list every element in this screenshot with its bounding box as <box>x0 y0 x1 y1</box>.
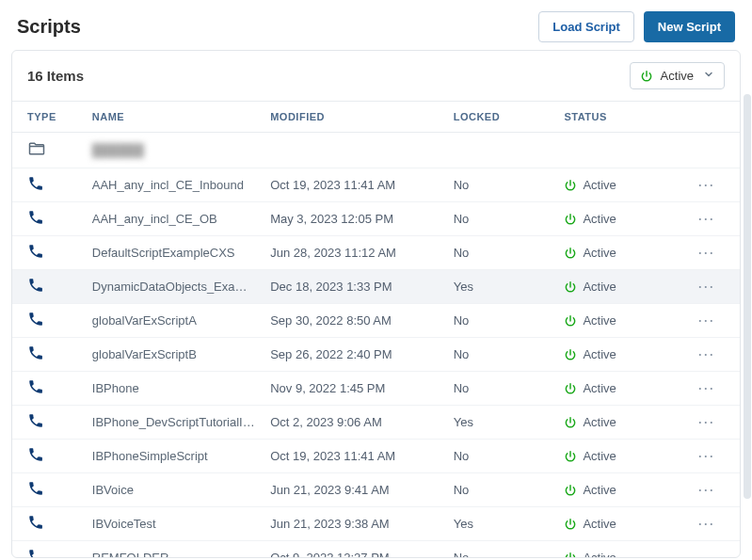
status-filter-dropdown[interactable]: Active <box>630 62 725 89</box>
power-icon <box>564 247 577 260</box>
script-name[interactable]: AAH_any_incl_CE_Inbound <box>85 168 263 202</box>
script-name[interactable]: IBPhone_DevScriptTutorialInDoc <box>85 406 263 440</box>
power-icon <box>564 552 577 558</box>
status-label: Active <box>583 449 616 463</box>
script-name[interactable]: DefaultScriptExampleCXS <box>85 236 263 270</box>
power-icon <box>640 70 653 83</box>
col-actions <box>672 102 740 133</box>
table-row[interactable]: IBPhoneSimpleScriptOct 19, 2023 11:41 AM… <box>12 440 740 473</box>
phone-icon <box>27 181 44 195</box>
modified-date: Dec 18, 2023 1:33 PM <box>263 270 446 304</box>
status-label: Active <box>583 517 616 531</box>
table-row[interactable]: DynamicDataObjects_ExamplesDec 18, 2023 … <box>12 270 740 304</box>
status-label: Active <box>583 551 616 557</box>
folder-icon <box>27 147 46 161</box>
script-name[interactable]: globalVarExScriptA <box>85 304 263 338</box>
more-actions-icon[interactable]: ··· <box>697 243 714 262</box>
scrollbar[interactable] <box>744 94 751 499</box>
more-actions-icon[interactable]: ··· <box>697 514 714 533</box>
power-icon <box>564 450 577 463</box>
table-row[interactable]: AAH_any_incl_CE_OBMay 3, 2023 12:05 PMNo… <box>12 202 740 236</box>
script-name[interactable]: globalVarExScriptB <box>85 338 263 372</box>
script-name[interactable]: DynamicDataObjects_Examples <box>85 270 263 304</box>
table-row[interactable]: AAH_any_incl_CE_InboundOct 19, 2023 11:4… <box>12 168 740 202</box>
locked-value: Yes <box>446 507 557 541</box>
script-name[interactable]: AAH_any_incl_CE_OB <box>85 202 263 236</box>
more-actions-icon[interactable]: ··· <box>697 548 714 557</box>
modified-date: Sep 26, 2022 2:40 PM <box>263 338 446 372</box>
modified-date: Oct 9, 2023 12:27 PM <box>263 541 446 558</box>
table-row[interactable]: globalVarExScriptBSep 26, 2022 2:40 PMNo… <box>12 338 740 372</box>
phone-icon <box>27 350 44 364</box>
table-row[interactable]: IBPhoneNov 9, 2022 1:45 PMNoActive··· <box>12 372 740 406</box>
modified-date: Jun 21, 2023 9:38 AM <box>263 507 446 541</box>
modified-date: Jun 28, 2023 11:12 AM <box>263 236 446 270</box>
script-name[interactable]: ██████ <box>85 133 263 168</box>
locked-value: Yes <box>446 270 557 304</box>
more-actions-icon[interactable]: ··· <box>697 412 714 431</box>
page-title: Scripts <box>17 16 81 38</box>
modified-date: Oct 19, 2023 11:41 AM <box>263 168 446 202</box>
power-icon <box>564 179 577 192</box>
new-script-button[interactable]: New Script <box>644 11 735 42</box>
locked-value: No <box>446 541 557 558</box>
modified-date: Oct 19, 2023 11:41 AM <box>263 440 446 473</box>
script-name[interactable]: REMFOLDER <box>85 541 263 558</box>
locked-value: No <box>446 372 557 406</box>
phone-icon <box>27 486 44 500</box>
phone-icon <box>27 520 44 534</box>
script-name[interactable]: IBVoice <box>85 473 263 507</box>
table-row[interactable]: IBPhone_DevScriptTutorialInDocOct 2, 202… <box>12 406 740 440</box>
locked-value: No <box>446 168 557 202</box>
modified-date: Sep 30, 2022 8:50 AM <box>263 304 446 338</box>
col-modified[interactable]: MODIFIED <box>263 102 446 133</box>
status-label: Active <box>583 178 616 192</box>
power-icon <box>564 518 577 531</box>
items-count: 16 Items <box>27 68 84 84</box>
more-actions-icon[interactable]: ··· <box>697 277 714 296</box>
locked-value: Yes <box>446 406 557 440</box>
more-actions-icon[interactable]: ··· <box>697 209 714 228</box>
table-row[interactable]: IBVoiceTestJun 21, 2023 9:38 AMYesActive… <box>12 507 740 541</box>
modified-date <box>263 133 446 168</box>
col-locked[interactable]: LOCKED <box>446 102 557 133</box>
modified-date: Nov 9, 2022 1:45 PM <box>263 372 446 406</box>
script-name[interactable]: IBVoiceTest <box>85 507 263 541</box>
chevron-down-icon <box>703 69 714 83</box>
phone-icon <box>27 282 44 296</box>
col-type[interactable]: TYPE <box>12 102 85 133</box>
power-icon <box>564 416 577 429</box>
phone-icon <box>27 553 44 557</box>
status-label: Active <box>583 212 616 226</box>
col-name[interactable]: NAME <box>85 102 263 133</box>
more-actions-icon[interactable]: ··· <box>697 378 714 397</box>
status-filter-label: Active <box>661 69 694 83</box>
power-icon <box>564 213 577 226</box>
phone-icon <box>27 215 44 229</box>
table-row[interactable]: ██████ <box>12 133 740 168</box>
more-actions-icon[interactable]: ··· <box>697 175 714 194</box>
load-script-button[interactable]: Load Script <box>538 11 634 42</box>
more-actions-icon[interactable]: ··· <box>697 344 714 363</box>
table-row[interactable]: globalVarExScriptASep 30, 2022 8:50 AMNo… <box>12 304 740 338</box>
power-icon <box>564 348 577 361</box>
table-row[interactable]: IBVoiceJun 21, 2023 9:41 AMNoActive··· <box>12 473 740 507</box>
table-row[interactable]: DefaultScriptExampleCXSJun 28, 2023 11:1… <box>12 236 740 270</box>
script-name[interactable]: IBPhoneSimpleScript <box>85 440 263 473</box>
table-row[interactable]: REMFOLDEROct 9, 2023 12:27 PMNoActive··· <box>12 541 740 558</box>
phone-icon <box>27 384 44 398</box>
modified-date: Oct 2, 2023 9:06 AM <box>263 406 446 440</box>
more-actions-icon[interactable]: ··· <box>697 480 714 499</box>
status-label: Active <box>583 313 616 328</box>
scripts-table: TYPE NAME MODIFIED LOCKED STATUS ██████A… <box>12 102 740 557</box>
script-name[interactable]: IBPhone <box>85 372 263 406</box>
power-icon <box>564 382 577 395</box>
status-label: Active <box>583 280 616 294</box>
locked-value: No <box>446 304 557 338</box>
col-status[interactable]: STATUS <box>556 102 672 133</box>
locked-value <box>446 133 557 168</box>
modified-date: May 3, 2023 12:05 PM <box>263 202 446 236</box>
more-actions-icon[interactable]: ··· <box>697 446 714 465</box>
more-actions-icon[interactable]: ··· <box>697 311 714 329</box>
phone-icon <box>27 418 44 432</box>
